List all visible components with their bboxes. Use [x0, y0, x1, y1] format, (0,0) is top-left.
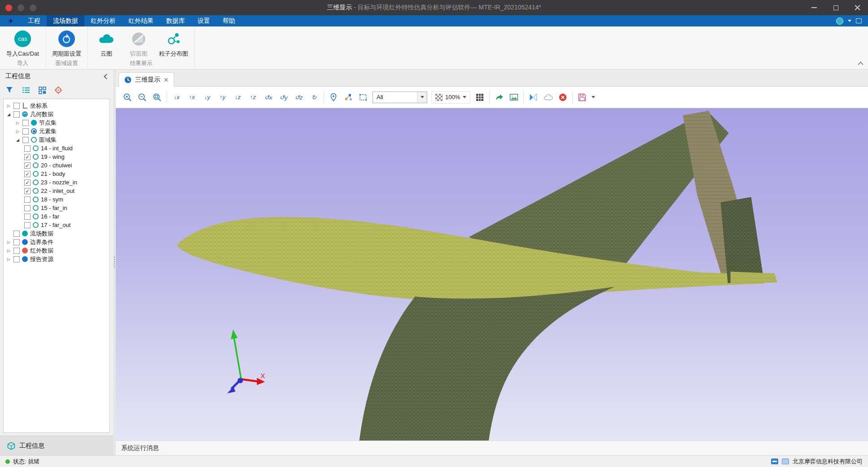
- save-view-icon[interactable]: [577, 92, 587, 103]
- menu-item-database[interactable]: 数据库: [160, 15, 191, 26]
- tree-item-inlet-out[interactable]: ✓ 22 - inlet_out: [4, 187, 110, 195]
- tree-item-wing[interactable]: ✓ 19 - wing: [4, 153, 110, 161]
- checkbox[interactable]: [13, 239, 20, 245]
- mirror-icon[interactable]: [528, 92, 539, 103]
- quick-access-button-2[interactable]: [30, 4, 36, 11]
- rotate-ccw-y-button[interactable]: ↺y: [278, 94, 289, 101]
- zoom-level-dropdown[interactable]: 100%: [431, 91, 470, 104]
- zoom-in-icon[interactable]: [122, 92, 133, 103]
- view-down-x-button[interactable]: ↓x: [171, 94, 182, 100]
- expander-icon[interactable]: ▷: [15, 121, 20, 125]
- grid-view-icon[interactable]: [38, 86, 47, 95]
- tree-item-boundary-condition[interactable]: ▷ 边界条件: [4, 238, 110, 246]
- zoom-fit-icon[interactable]: [152, 92, 162, 103]
- checkbox[interactable]: [13, 231, 20, 237]
- menu-caret-icon[interactable]: [848, 20, 851, 22]
- quick-access-button-1[interactable]: [18, 4, 24, 11]
- checkbox[interactable]: ✓: [24, 171, 31, 177]
- checkbox[interactable]: [24, 214, 31, 220]
- view-up-z-button[interactable]: ↑z: [247, 94, 259, 100]
- menu-item-project[interactable]: 工程: [22, 15, 47, 26]
- rotate-cw-button[interactable]: ↻: [308, 94, 320, 101]
- checkbox[interactable]: ✓: [24, 179, 31, 186]
- locate-pin-icon[interactable]: [328, 92, 339, 103]
- tree-item-infrared-data[interactable]: ▷ 红外数据: [4, 246, 110, 255]
- box-select-icon[interactable]: [358, 92, 368, 103]
- system-message-bar[interactable]: 系统运行消息: [116, 441, 868, 455]
- rotate-ccw-x-button[interactable]: ↺x: [263, 94, 274, 101]
- tree-item-face-set[interactable]: ◢ 面域集: [4, 135, 110, 144]
- tab-3d-display[interactable]: 三维显示: [118, 72, 174, 87]
- log-panel-icon[interactable]: [771, 458, 778, 464]
- menu-item-settings[interactable]: 设置: [191, 15, 216, 26]
- expander-icon[interactable]: ▷: [6, 104, 11, 108]
- tab-close-icon[interactable]: [164, 78, 168, 82]
- slice-map-button[interactable]: 切面图: [124, 27, 153, 58]
- rotate-ccw-z-button[interactable]: ↺z: [293, 94, 304, 101]
- tree-item-body[interactable]: ✓ 21 - body: [4, 170, 110, 178]
- console-panel-icon[interactable]: [782, 458, 789, 464]
- checkbox[interactable]: [22, 120, 29, 126]
- view-down-y-button[interactable]: ↓y: [202, 94, 213, 100]
- viewport-3d[interactable]: X: [116, 108, 868, 441]
- expander-icon[interactable]: ◢: [6, 112, 11, 117]
- expander-icon[interactable]: ▷: [6, 249, 11, 253]
- checkbox[interactable]: [13, 256, 20, 262]
- view-down-z-button[interactable]: ↓z: [232, 94, 243, 100]
- tree-item-geometry-data[interactable]: ◢ 几何数据: [4, 110, 110, 118]
- tree-item-far-out[interactable]: 17 - far_out: [4, 221, 110, 229]
- display-filter-dropdown[interactable]: All: [373, 92, 427, 103]
- checkbox[interactable]: [24, 196, 31, 203]
- tree-item-nozzle-in[interactable]: ✓ 23 - nozzle_in: [4, 178, 110, 187]
- checkbox[interactable]: [13, 111, 20, 118]
- locate-target-icon[interactable]: [54, 86, 63, 95]
- import-casdat-button[interactable]: cas 导入Cas/Dat: [4, 27, 42, 58]
- ribbon-collapse-icon[interactable]: [858, 61, 863, 65]
- save-view-caret-icon[interactable]: [592, 96, 595, 98]
- checkbox[interactable]: [13, 248, 20, 254]
- checkbox[interactable]: [24, 145, 31, 152]
- snapshot-image-icon[interactable]: [509, 92, 519, 103]
- checkbox[interactable]: [24, 222, 31, 228]
- account-icon[interactable]: [836, 17, 843, 25]
- export-arrow-icon[interactable]: [494, 92, 504, 103]
- tree-item-report-resource[interactable]: ▷ 报告资源: [4, 255, 110, 263]
- particle-distribution-button[interactable]: 粒子分布图: [156, 27, 191, 58]
- minimize-button[interactable]: [803, 0, 825, 15]
- menu-item-ir-results[interactable]: 红外结果: [122, 15, 160, 26]
- clear-results-icon[interactable]: [557, 92, 568, 103]
- contour-map-button[interactable]: 云图: [92, 27, 121, 58]
- menu-item-help[interactable]: 帮助: [216, 15, 241, 26]
- tree-item-flow-data[interactable]: 流场数据: [4, 229, 110, 238]
- expander-icon[interactable]: ▷: [15, 129, 20, 134]
- zoom-out-icon[interactable]: [137, 92, 148, 103]
- checkbox[interactable]: [22, 137, 29, 143]
- menu-item-ir-analysis[interactable]: 红外分析: [84, 15, 122, 26]
- checkbox[interactable]: ✓: [24, 154, 31, 160]
- maximize-button[interactable]: [825, 0, 846, 15]
- checkbox[interactable]: [22, 128, 29, 135]
- menu-item-flow-data[interactable]: 流场数据: [47, 15, 84, 26]
- view-up-y-button[interactable]: ↑y: [217, 94, 228, 100]
- periodic-face-button[interactable]: 周期面设置: [49, 27, 84, 58]
- mesh-grid-toggle[interactable]: [474, 92, 485, 103]
- tree-item-chuiwei[interactable]: ✓ 20 - chuiwei: [4, 161, 110, 170]
- view-up-x-button[interactable]: ↑x: [186, 94, 197, 100]
- close-button[interactable]: [846, 0, 868, 15]
- checkbox[interactable]: [24, 205, 31, 211]
- window-layout-icon[interactable]: [856, 18, 862, 23]
- tree-item-sym[interactable]: 18 - sym: [4, 195, 110, 204]
- expander-icon[interactable]: ▷: [6, 240, 11, 244]
- tree-item-node-set[interactable]: ▷ 节点集: [4, 118, 110, 127]
- particle-trace-icon[interactable]: [343, 92, 354, 103]
- tree-item-int-fluid[interactable]: 14 - int_fluid: [4, 144, 110, 153]
- project-info-bottom-tab[interactable]: 工程信息: [0, 436, 113, 455]
- cloud-display-icon[interactable]: [543, 92, 553, 103]
- app-badge-icon[interactable]: [5, 4, 12, 11]
- checkbox[interactable]: ✓: [24, 188, 31, 194]
- checkbox[interactable]: ✓: [24, 162, 31, 169]
- tree-item-far-in[interactable]: 15 - far_in: [4, 204, 110, 212]
- tree-item-far[interactable]: 16 - far: [4, 212, 110, 221]
- tree-item-element-set[interactable]: ▷ 元素集: [4, 127, 110, 135]
- list-view-icon[interactable]: [22, 86, 31, 95]
